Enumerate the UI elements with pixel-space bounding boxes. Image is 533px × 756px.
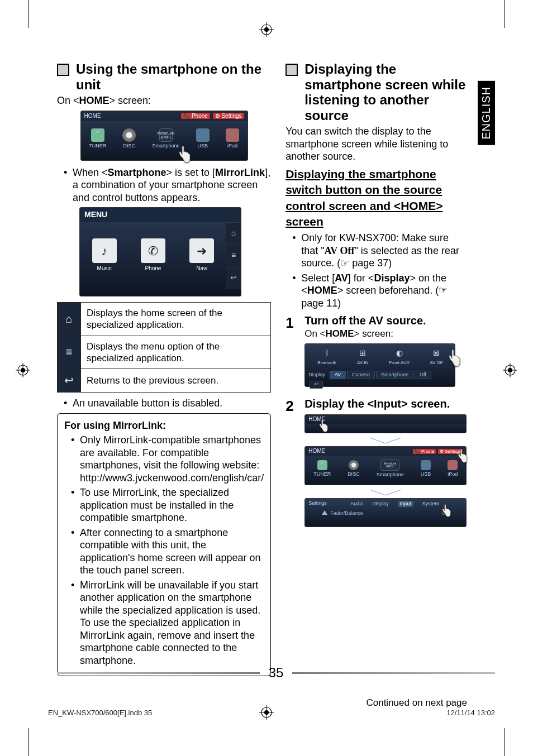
display-label: Display	[308, 372, 325, 378]
src-avoff: ⊠AV Off	[430, 347, 442, 366]
crop-mark	[28, 0, 28, 28]
menu-icon: ≡	[66, 345, 73, 359]
screenshot-avoff: ᛒBluetooth ⊞AV-IN ◐Front AUX ⊠AV Off Dis…	[304, 343, 455, 387]
continued-label: Continued on next page	[285, 697, 467, 709]
tab-system: System	[422, 501, 439, 507]
phone-badge: 📞 Phone	[181, 113, 210, 119]
icon-description-table: ⌂Displays the home screen of the special…	[57, 302, 271, 393]
bullet-item: • An unavailable button is disabled.	[64, 397, 271, 410]
section-heading: Using the smartphone on the unit	[76, 61, 271, 92]
sub-heading: Displaying the smartphone switch button …	[285, 166, 467, 229]
step-number: 1	[285, 314, 297, 392]
source-usb: USB	[196, 128, 210, 149]
page-rule: 35	[57, 665, 495, 681]
footer-left: EN_KW-NSX700/600[E].indb 35	[48, 709, 152, 717]
screenshot-home: HOME 📞 Phone ⚙ Settings ATUNER DISC Mirr…	[80, 111, 248, 161]
settings-badge: ⚙ Settings	[213, 113, 244, 119]
step-number: 2	[285, 397, 297, 529]
footer: EN_KW-NSX700/600[E].indb 35 12/11/14 13:…	[48, 709, 495, 717]
home-icon: ⌂	[65, 312, 72, 326]
pointing-hand-icon	[175, 141, 197, 164]
chevron-down-icon	[304, 436, 467, 446]
back-icon: ↩	[310, 381, 323, 389]
menu-music: ♪Music	[92, 238, 117, 272]
tab-camera: Camera	[347, 371, 375, 379]
registration-mark-icon	[259, 22, 274, 37]
source-disc: DISC	[348, 460, 360, 477]
menu-phone: ✆Phone	[141, 238, 165, 272]
screenshot-menu: MENU ♪Music ✆Phone ➜Navi ⌂ ≡ ↩	[79, 207, 241, 296]
home-icon: ⌂	[226, 222, 241, 245]
source-tuner: ATUNER	[89, 128, 106, 149]
menu-icon: ≡	[226, 245, 241, 267]
screenshot-input-sequence: HOME HOME 📞 Phone ⚙ Settings	[304, 414, 467, 527]
left-column: Using the smartphone on the unit On <HOM…	[57, 61, 271, 689]
bullet-item: • When <Smartphone> is set to [MirrorLin…	[64, 166, 271, 204]
bullet-item: • Select [AV] for <Display> on the <HOME…	[292, 272, 467, 310]
source-smartphone: MirrorLink※MHLSmartphone	[377, 460, 404, 478]
crop-mark	[505, 728, 505, 756]
tab-off: Off	[415, 371, 431, 379]
note-title: For using MirrorLink:	[64, 419, 264, 432]
pointer-icon: ☞	[340, 257, 349, 269]
src-avin: ⊞AV-IN	[356, 347, 369, 366]
icon-desc: Returns to the previous screen.	[81, 369, 271, 393]
tab-smartphone: Smartphone	[376, 371, 413, 379]
section-heading: Displaying the smartphone screen while l…	[304, 61, 467, 123]
menu-navi: ➜Navi	[189, 238, 214, 272]
page-number: 35	[260, 665, 293, 681]
ss-title: HOME	[84, 113, 101, 120]
ss-title: HOME	[308, 448, 325, 455]
pointing-hand-icon	[439, 501, 456, 518]
settings-label: Settings	[308, 500, 327, 506]
src-bluetooth: ᛒBluetooth	[317, 347, 336, 366]
back-icon: ↩	[64, 374, 74, 387]
pointing-hand-icon	[316, 416, 333, 433]
pointing-hand-icon	[455, 446, 473, 463]
bullet-item: • Only for KW-NSX700: Make sure that "AV…	[292, 232, 467, 270]
chevron-down-icon	[304, 487, 467, 498]
icon-desc: Displays the home screen of the speciali…	[81, 303, 271, 336]
back-icon: ↩	[226, 267, 241, 289]
step-title: Display the <Input> screen.	[304, 397, 467, 411]
source-usb: USB	[421, 460, 431, 477]
tab-display: Display	[372, 501, 389, 507]
body-text: On <HOME> screen:	[57, 94, 271, 107]
right-column: Displaying the smartphone screen while l…	[285, 61, 495, 689]
source-disc: DISC	[122, 128, 136, 149]
src-frontaux: ◐Front AUX	[389, 347, 410, 366]
source-ipod: iPod	[226, 128, 239, 149]
fader-balance-label: Fader/Balance	[330, 510, 363, 516]
step-2: 2 Display the <Input> screen. HOME HOME	[285, 397, 467, 529]
note-box: For using MirrorLink: •Only MirrorLink-c…	[57, 413, 271, 677]
footer-right: 12/11/14 13:02	[446, 709, 495, 717]
registration-mark-icon	[16, 363, 30, 377]
source-tuner: ATUNER	[313, 460, 331, 477]
section-bullet-icon	[57, 64, 69, 76]
pointing-hand-icon	[445, 345, 467, 367]
crop-mark	[505, 0, 505, 28]
registration-mark-icon	[503, 363, 517, 377]
step-title: Turn off the AV source.	[304, 314, 467, 328]
body-text: You can switch the display to the smartp…	[285, 125, 467, 163]
step-sub: On <HOME> screen:	[304, 328, 467, 339]
pointer-icon: ☞	[439, 285, 448, 296]
tab-av: AV	[330, 371, 346, 379]
crop-mark	[28, 728, 28, 756]
section-bullet-icon	[285, 64, 298, 76]
phone-badge: 📞 Phone	[413, 449, 436, 454]
step-1: 1 Turn off the AV source. On <HOME> scre…	[285, 314, 467, 392]
menu-title: MENU	[80, 208, 241, 222]
tab-audio: Audio	[350, 501, 363, 507]
tab-input: Input	[398, 501, 413, 507]
triangle-up-icon	[322, 510, 327, 515]
icon-desc: Displays the menu option of the speciali…	[81, 336, 271, 369]
